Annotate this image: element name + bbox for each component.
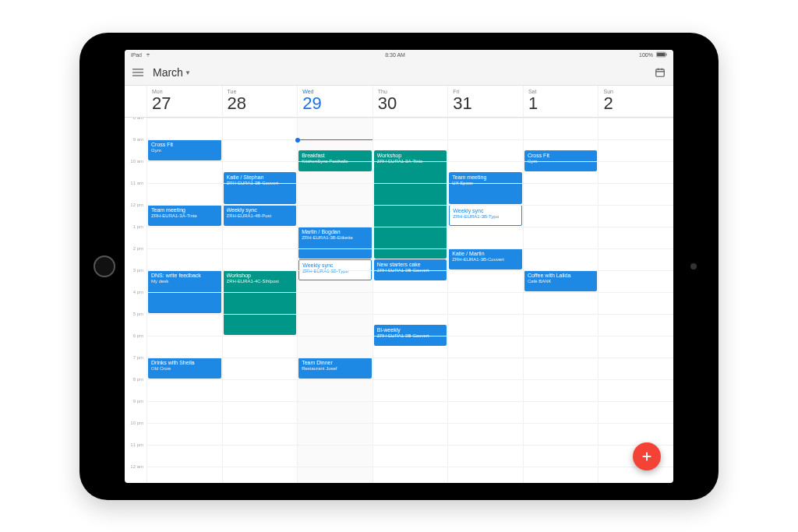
day-headers: Mon27Tue28Wed29Thu30Fri31Sat1Sun2 bbox=[125, 86, 673, 118]
calendar-event[interactable]: Katie / StephanZRH-EURA1-3B-Couvert bbox=[224, 172, 297, 204]
day-number: 1 bbox=[528, 95, 594, 112]
day-header[interactable]: Sat1 bbox=[523, 86, 598, 117]
event-location: ZRH-EURA1-3B-Typo bbox=[453, 214, 518, 220]
chevron-down-icon: ▼ bbox=[185, 69, 191, 76]
status-bar: iPad 8:30 AM 100% bbox=[125, 50, 673, 61]
hour-label: 2 pm bbox=[133, 246, 143, 251]
event-title: Team meeting bbox=[151, 207, 218, 213]
event-location: ZRH-EURA1-3B-Couvert bbox=[452, 257, 519, 262]
day-header[interactable]: Thu30 bbox=[373, 86, 448, 117]
event-title: Martin / Bogdan bbox=[302, 229, 369, 235]
add-event-button[interactable] bbox=[633, 442, 661, 470]
hour-line bbox=[147, 401, 673, 402]
event-title: DNS: write feedback bbox=[151, 273, 218, 279]
screen: iPad 8:30 AM 100% March ▼ bbox=[125, 50, 673, 483]
hour-label: 10 pm bbox=[130, 421, 143, 425]
menu-icon[interactable] bbox=[132, 67, 143, 78]
day-short: Sat bbox=[528, 89, 594, 94]
day-number: 30 bbox=[378, 95, 443, 112]
hour-label: 12 am bbox=[130, 464, 143, 469]
day-column[interactable]: Cross FitGymCoffee with LalidaCafé BANK bbox=[523, 118, 598, 483]
event-location: ZRH-EURA1-4B-Post bbox=[227, 213, 294, 219]
event-title: New starters cake bbox=[377, 262, 444, 268]
svg-rect-6 bbox=[656, 69, 665, 76]
calendar-event[interactable]: Team meetingZRH-EURA1-3A-Tinte bbox=[148, 205, 221, 226]
day-column[interactable]: WorkshopZRH-EURA1-3A-TinteNew starters c… bbox=[373, 118, 448, 483]
day-header[interactable]: Fri31 bbox=[447, 86, 523, 117]
hour-label: 6 pm bbox=[133, 333, 143, 338]
calendar-event[interactable]: Team meetingUX Space bbox=[449, 172, 522, 204]
hour-label: 8 pm bbox=[133, 377, 143, 382]
status-time: 8:30 AM bbox=[385, 52, 405, 58]
event-title: Weekly sync bbox=[227, 207, 294, 213]
day-header[interactable]: Mon27 bbox=[147, 86, 222, 117]
day-number: 2 bbox=[603, 95, 669, 112]
event-title: Katie / Martin bbox=[452, 251, 519, 257]
svg-rect-3 bbox=[132, 69, 143, 69]
hour-label: 10 am bbox=[130, 159, 143, 164]
svg-rect-5 bbox=[132, 76, 143, 76]
calendar-event[interactable]: WorkshopZRH-EURA1-4C-Sihlpost bbox=[224, 270, 297, 335]
day-column[interactable] bbox=[598, 118, 673, 483]
calendar-event[interactable]: Drinks with SheilaOld Crow bbox=[148, 358, 221, 379]
event-title: Drinks with Sheila bbox=[151, 360, 218, 366]
battery-label: 100% bbox=[639, 52, 653, 58]
hour-label: 1 pm bbox=[133, 224, 143, 229]
calendar-event[interactable]: Weekly syncZRH-EURA1-3B-Typo bbox=[449, 205, 522, 226]
calendar-event[interactable]: Coffee with LalidaCafé BANK bbox=[524, 270, 598, 291]
time-gutter: 8 am9 am10 am11 am12 pm1 pm2 pm3 pm4 pm5… bbox=[125, 118, 147, 483]
day-header[interactable]: Sun2 bbox=[598, 86, 673, 117]
wifi-icon bbox=[145, 51, 151, 58]
event-location: ZRH-EURA1-3B-Etikette bbox=[302, 235, 369, 241]
event-title: Workshop bbox=[227, 273, 294, 279]
month-label: March bbox=[153, 66, 183, 79]
hour-label: 11 am bbox=[130, 181, 143, 185]
calendar-today-icon[interactable] bbox=[655, 67, 666, 78]
day-column[interactable]: Cross FitGymTeam meetingZRH-EURA1-3A-Tin… bbox=[147, 118, 222, 483]
event-location: ZRH-EURA1-4C-Sihlpost bbox=[227, 279, 294, 284]
ipad-frame: iPad 8:30 AM 100% March ▼ bbox=[79, 33, 719, 500]
hour-line bbox=[147, 227, 673, 227]
home-button[interactable] bbox=[94, 255, 115, 277]
event-location: ZRH-EURA1-3A-Tinte bbox=[151, 213, 218, 219]
day-columns: Cross FitGymTeam meetingZRH-EURA1-3A-Tin… bbox=[147, 118, 673, 483]
day-column[interactable]: Katie / StephanZRH-EURA1-3B-CouvertWeekl… bbox=[222, 118, 298, 483]
hour-line bbox=[147, 358, 673, 358]
hour-label: 11 pm bbox=[130, 442, 143, 447]
hour-label: 8 am bbox=[133, 118, 143, 120]
svg-rect-11 bbox=[643, 456, 651, 457]
app-header: March ▼ bbox=[125, 61, 673, 86]
day-column[interactable]: BreakfastKitchenSync PosthalleMartin / B… bbox=[297, 118, 373, 483]
event-title: Cross Fit bbox=[528, 153, 595, 159]
hour-line bbox=[147, 161, 673, 162]
now-indicator bbox=[298, 139, 373, 140]
hour-label: 4 pm bbox=[133, 290, 143, 294]
calendar-event[interactable]: Martin / BogdanZRH-EURA1-3B-Etikette bbox=[298, 227, 372, 259]
event-title: Workshop bbox=[377, 153, 444, 159]
calendar-event[interactable]: Katie / MartinZRH-EURA1-3B-Couvert bbox=[449, 248, 522, 270]
event-title: Coffee with Lalida bbox=[528, 273, 595, 279]
hour-line bbox=[147, 118, 673, 118]
calendar-grid[interactable]: 8 am9 am10 am11 am12 pm1 pm2 pm3 pm4 pm5… bbox=[125, 118, 673, 483]
hour-line bbox=[147, 445, 673, 446]
event-location: Gym bbox=[151, 148, 218, 153]
day-header[interactable]: Wed29 bbox=[297, 86, 373, 117]
hour-line bbox=[147, 379, 673, 380]
day-column[interactable]: Team meetingUX SpaceWeekly syncZRH-EURA1… bbox=[447, 118, 523, 483]
event-location: My desk bbox=[151, 279, 218, 284]
event-location: Restaurant Josef bbox=[302, 366, 369, 372]
hour-label: 3 pm bbox=[133, 268, 143, 273]
hour-line bbox=[147, 292, 673, 293]
day-header[interactable]: Tue28 bbox=[222, 86, 298, 117]
month-selector[interactable]: March ▼ bbox=[153, 66, 191, 79]
day-number: 28 bbox=[228, 95, 293, 112]
calendar-event[interactable]: Team DinnerRestaurant Josef bbox=[298, 358, 372, 379]
hour-label: 5 pm bbox=[133, 312, 143, 316]
day-short: Sun bbox=[603, 89, 669, 94]
hour-line bbox=[147, 270, 673, 271]
calendar-event[interactable]: Cross FitGym bbox=[148, 139, 221, 160]
event-title: Cross Fit bbox=[151, 142, 218, 148]
svg-rect-4 bbox=[132, 72, 143, 72]
svg-rect-1 bbox=[657, 53, 665, 56]
calendar-event[interactable]: Weekly syncZRH-EURA1-4B-Post bbox=[224, 205, 297, 226]
